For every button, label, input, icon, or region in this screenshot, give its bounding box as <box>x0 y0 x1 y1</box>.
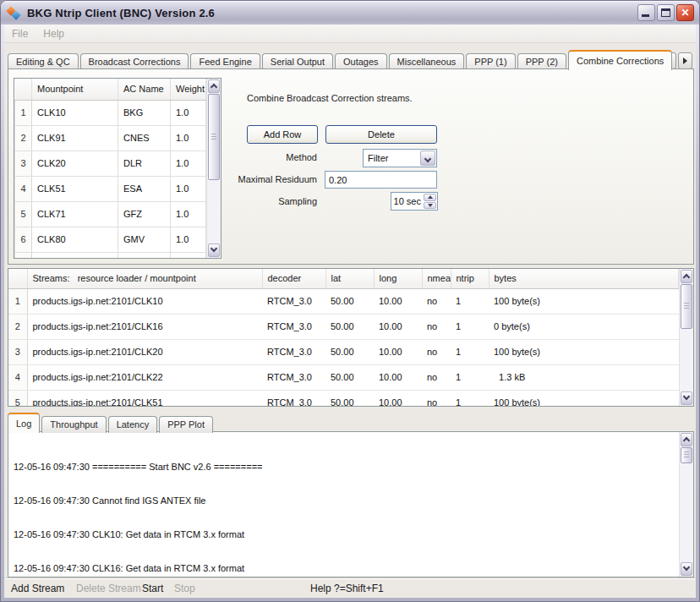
table-row[interactable]: 1 CLK10 BKG 1.0 <box>15 100 206 125</box>
long-cell[interactable]: 10.00 <box>374 288 422 314</box>
tab-broadcast-corrections[interactable]: Broadcast Corrections <box>80 53 189 70</box>
mountpoint-cell[interactable]: CLK80 <box>32 227 118 252</box>
tab-miscellaneous[interactable]: Miscellaneous <box>389 53 465 70</box>
tab-editing-qc[interactable]: Editing & QC <box>8 53 79 70</box>
scrollbar-thumb[interactable] <box>681 447 692 463</box>
lat-cell[interactable]: 50.00 <box>325 288 374 314</box>
ac-name-cell[interactable]: GFZ <box>118 201 171 227</box>
combo-dropdown-button[interactable] <box>420 150 435 166</box>
tab-ppp-plot[interactable]: PPP Plot <box>159 416 213 433</box>
log-scrollbar[interactable] <box>679 432 693 577</box>
scroll-up-button[interactable] <box>681 433 692 446</box>
decoder-cell[interactable]: RTCM_3.0 <box>262 390 325 407</box>
tab-feed-engine[interactable]: Feed Engine <box>190 53 260 70</box>
long-cell[interactable]: 10.00 <box>374 364 422 390</box>
long-cell[interactable]: 10.00 <box>374 314 422 339</box>
delete-button[interactable]: Delete <box>325 125 437 144</box>
stream-row[interactable]: 2 products.igs-ip.net:2101/CLK16 RTCM_3.… <box>8 314 679 339</box>
titlebar[interactable]: BKG Ntrip Client (BNC) Version 2.6 ✕ <box>1 1 699 25</box>
nmea-cell[interactable]: no <box>422 364 451 390</box>
stream-source-cell[interactable]: products.igs-ip.net:2101/CLK22 <box>27 364 262 390</box>
ac-name-cell[interactable]: GMV <box>118 227 171 252</box>
streams-scrollbar[interactable] <box>679 269 693 406</box>
decoder-cell[interactable]: RTCM_3.0 <box>262 288 325 314</box>
scrollbar-track[interactable] <box>681 447 692 561</box>
maximal-residuum-input[interactable] <box>325 171 437 189</box>
scrollbar-thumb[interactable] <box>681 284 692 329</box>
bytes-cell[interactable]: 100 byte(s) <box>489 390 679 407</box>
ntrip-cell[interactable]: 1 <box>451 390 489 407</box>
close-button[interactable]: ✕ <box>676 4 694 21</box>
table-row-empty[interactable] <box>15 252 206 259</box>
stream-row[interactable]: 5 products.igs-ip.net:2101/CLK51 RTCM_3.… <box>8 390 679 407</box>
mountpoint-cell[interactable]: CLK10 <box>32 100 118 125</box>
lat-cell[interactable]: 50.00 <box>325 339 374 364</box>
tab-ppp-2[interactable]: PPP (2) <box>517 53 566 70</box>
tab-scroll-right-button[interactable] <box>678 52 692 69</box>
ntrip-cell[interactable]: 1 <box>451 314 489 339</box>
scroll-down-button[interactable] <box>681 562 692 576</box>
table-row[interactable]: 4 CLK51 ESA 1.0 <box>15 176 206 201</box>
nmea-cell[interactable]: no <box>422 288 451 314</box>
decoder-cell[interactable]: RTCM_3.0 <box>262 314 325 339</box>
method-combobox[interactable]: Filter <box>363 149 437 167</box>
menu-help[interactable]: Help <box>36 25 72 42</box>
ac-name-cell[interactable]: DLR <box>118 150 171 176</box>
mountpoint-table-scrollbar[interactable] <box>206 79 221 258</box>
tab-serial-output[interactable]: Serial Output <box>262 53 333 70</box>
bytes-cell[interactable]: 1.3 kB <box>489 364 679 390</box>
stream-source-cell[interactable]: products.igs-ip.net:2101/CLK16 <box>27 314 262 339</box>
ntrip-cell[interactable]: 1 <box>451 339 489 364</box>
bytes-cell[interactable]: 100 byte(s) <box>489 288 679 314</box>
stream-source-cell[interactable]: products.igs-ip.net:2101/CLK20 <box>27 339 262 364</box>
stream-row[interactable]: 4 products.igs-ip.net:2101/CLK22 RTCM_3.… <box>8 364 679 390</box>
table-row[interactable]: 6 CLK80 GMV 1.0 <box>15 227 206 252</box>
weight-cell[interactable]: 1.0 <box>171 227 206 252</box>
menu-file[interactable]: File <box>4 25 36 42</box>
mountpoint-cell[interactable]: CLK91 <box>32 125 118 150</box>
stream-row[interactable]: 3 products.igs-ip.net:2101/CLK20 RTCM_3.… <box>8 339 679 364</box>
nmea-cell[interactable]: no <box>422 339 451 364</box>
scrollbar-track[interactable] <box>681 284 692 391</box>
scroll-down-button[interactable] <box>681 391 692 405</box>
mountpoint-cell[interactable]: CLK51 <box>32 176 118 201</box>
minimize-button[interactable] <box>637 4 655 21</box>
ntrip-cell[interactable]: 1 <box>451 288 489 314</box>
long-cell[interactable]: 10.00 <box>374 339 422 364</box>
weight-cell[interactable]: 1.0 <box>171 125 206 150</box>
ac-name-cell[interactable]: ESA <box>118 176 171 201</box>
add-stream-button[interactable]: Add Stream <box>11 583 64 594</box>
maximize-button[interactable] <box>657 4 675 21</box>
ntrip-cell[interactable]: 1 <box>451 364 489 390</box>
scrollbar-thumb[interactable] <box>208 94 220 180</box>
scrollbar-track[interactable] <box>208 94 220 243</box>
scroll-up-button[interactable] <box>208 79 220 93</box>
tab-log[interactable]: Log <box>8 413 40 433</box>
table-row[interactable]: 3 CLK20 DLR 1.0 <box>15 150 206 176</box>
long-cell[interactable]: 10.00 <box>374 390 422 407</box>
table-row[interactable]: 5 CLK71 GFZ 1.0 <box>15 201 206 227</box>
scroll-down-button[interactable] <box>208 244 220 257</box>
stream-source-cell[interactable]: products.igs-ip.net:2101/CLK51 <box>27 390 262 407</box>
mountpoint-cell[interactable]: CLK20 <box>32 150 118 176</box>
ac-name-cell[interactable]: CNES <box>118 125 171 150</box>
mountpoint-cell[interactable]: CLK71 <box>32 201 118 227</box>
spinner-down-button[interactable] <box>424 202 436 210</box>
tab-outages[interactable]: Outages <box>335 53 387 70</box>
stream-source-cell[interactable]: products.igs-ip.net:2101/CLK10 <box>27 288 262 314</box>
scroll-up-button[interactable] <box>681 270 692 283</box>
tab-combine-corrections[interactable]: Combine Corrections <box>568 50 672 70</box>
weight-cell[interactable]: 1.0 <box>171 100 206 125</box>
add-row-button[interactable]: Add Row <box>247 125 318 144</box>
decoder-cell[interactable]: RTCM_3.0 <box>262 364 325 390</box>
tab-latency[interactable]: Latency <box>108 416 158 433</box>
bytes-cell[interactable]: 0 byte(s) <box>489 314 679 339</box>
nmea-cell[interactable]: no <box>422 314 451 339</box>
start-button[interactable]: Start <box>142 583 163 594</box>
lat-cell[interactable]: 50.00 <box>325 364 374 390</box>
nmea-cell[interactable]: no <box>422 390 451 407</box>
ac-name-cell[interactable]: BKG <box>118 100 171 125</box>
lat-cell[interactable]: 50.00 <box>325 390 374 407</box>
stream-row[interactable]: 1 products.igs-ip.net:2101/CLK10 RTCM_3.… <box>8 288 679 314</box>
tab-ppp-1[interactable]: PPP (1) <box>466 53 515 70</box>
